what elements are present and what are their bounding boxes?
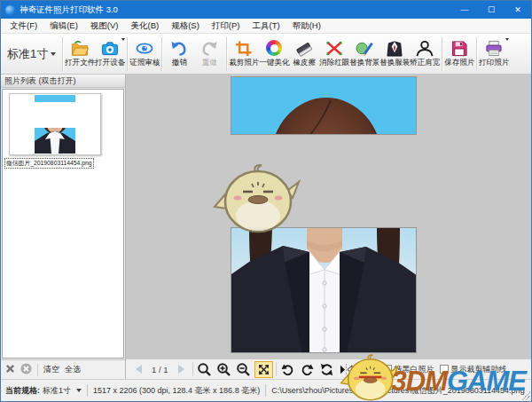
replace-background-icon xyxy=(354,39,375,57)
face-censor-overlay xyxy=(12,102,98,128)
viewer-toolbar: 1 / 1 xyxy=(126,359,531,379)
photo-thumbnail[interactable] xyxy=(9,93,101,155)
current-spec-value: 标准1寸 xyxy=(43,385,71,397)
chevron-down-icon xyxy=(121,38,125,41)
zoom-out-icon[interactable] xyxy=(235,361,252,378)
status-bar: 当前规格: 标准1寸 1517 x 2206 (300 dpi, 128.4 毫… xyxy=(1,379,531,401)
one-key-beautify-button[interactable]: 一键美化 xyxy=(259,35,289,73)
open-device-label: 打开设备 xyxy=(95,58,125,68)
resize-grip[interactable] xyxy=(521,391,530,400)
main-toolbar: 标准1寸 打开文件 打开设备 证照审核 xyxy=(1,34,531,75)
remove-all-icon[interactable] xyxy=(20,363,32,376)
chevron-down-icon xyxy=(76,389,82,392)
rotate-left-icon[interactable] xyxy=(279,361,296,378)
photo-list[interactable]: 微信图片_20190803114454.png xyxy=(2,89,124,359)
checkbox-icon xyxy=(440,365,449,374)
spec-dropdown-label: 标准1寸 xyxy=(7,46,48,62)
main-area: 照片列表 (双击打开) 微信图片_2019080311445 xyxy=(1,75,531,379)
save-icon xyxy=(449,39,470,57)
app-logo-icon xyxy=(5,5,15,15)
menu-beautify[interactable]: 美化(B) xyxy=(124,20,165,32)
viewer-separator xyxy=(377,362,378,376)
window-title: 神奇证件照片打印软件 3.0 xyxy=(20,4,118,16)
minimize-button[interactable]: — xyxy=(451,1,478,19)
replace-clothes-label: 替换服装 xyxy=(379,58,410,68)
file-path: C:\Users\zhou\Pictures\Saved Pictures\微信… xyxy=(271,385,525,397)
replace-background-button[interactable]: 替换背景 xyxy=(349,35,379,73)
open-device-button[interactable]: 打开设备 xyxy=(95,35,125,73)
prev-page-icon[interactable] xyxy=(130,361,147,378)
title-bar: 神奇证件照片打印软件 3.0 — ☐ ✕ xyxy=(1,1,531,19)
folder-open-icon xyxy=(69,39,90,57)
printer-icon xyxy=(483,39,505,57)
next-page-icon[interactable] xyxy=(173,361,190,378)
content-area: 1 / 1 xyxy=(126,75,531,379)
remove-red-eye-button[interactable]: 消除红眼 xyxy=(319,35,349,73)
fit-to-window-button[interactable] xyxy=(254,361,273,378)
bw-checkbox-label: 转黑白照片 xyxy=(395,364,434,375)
remove-red-eye-label: 消除红眼 xyxy=(319,58,349,68)
color-wheel-icon xyxy=(263,39,285,57)
undo-button[interactable]: 撤销 xyxy=(164,35,194,73)
rotate-right-icon[interactable] xyxy=(299,361,316,378)
id-review-button[interactable]: 证照审核 xyxy=(129,35,160,73)
status-separator xyxy=(87,384,88,397)
thumbnail-filename[interactable]: 微信图片_20190803114454.png xyxy=(4,158,94,169)
fit-to-window-icon xyxy=(258,364,270,375)
rotate-180-icon[interactable] xyxy=(318,361,335,378)
undo-icon xyxy=(168,39,190,57)
menu-tools[interactable]: 工具(T) xyxy=(246,20,286,32)
select-all-button[interactable]: 全选 xyxy=(65,364,81,375)
menu-print[interactable]: 打印(P) xyxy=(206,20,246,32)
print-photo-button[interactable]: 打印照片 xyxy=(479,35,509,73)
flip-vertical-icon[interactable] xyxy=(357,361,374,378)
eraser-button[interactable]: 橡皮擦 xyxy=(289,35,319,73)
status-separator xyxy=(265,384,266,397)
current-spec-dropdown[interactable]: 当前规格: 标准1寸 xyxy=(5,385,82,397)
replace-background-label: 替换背景 xyxy=(349,58,379,68)
flip-horizontal-icon[interactable] xyxy=(338,361,355,378)
close-button[interactable]: ✕ xyxy=(505,1,531,19)
eraser-icon xyxy=(293,39,315,57)
viewer-separator xyxy=(192,362,193,376)
bw-checkbox[interactable]: 转黑白照片 xyxy=(383,364,434,375)
zoom-actual-icon[interactable] xyxy=(196,361,213,378)
open-file-button[interactable]: 打开文件 xyxy=(65,35,95,73)
maximize-button[interactable]: ☐ xyxy=(478,1,505,19)
menu-spec[interactable]: 规格(S) xyxy=(165,20,206,32)
menu-help[interactable]: 帮助(H) xyxy=(286,20,327,32)
shoulder-correct-label: 矫正肩宽 xyxy=(410,58,440,68)
redo-icon xyxy=(199,39,220,57)
spec-dropdown-button[interactable]: 标准1寸 xyxy=(3,37,60,71)
clear-list-button[interactable]: 清空 xyxy=(43,364,59,375)
save-photo-button[interactable]: 保存照片 xyxy=(444,35,474,73)
photo-canvas[interactable] xyxy=(126,75,531,359)
replace-clothes-icon xyxy=(384,39,405,57)
chevron-down-icon xyxy=(505,38,509,41)
photo-bottom-segment xyxy=(231,227,417,353)
guides-checkbox[interactable]: 显示裁剪辅助线 xyxy=(440,364,507,375)
toolbar-separator xyxy=(161,37,162,71)
photo-top-segment xyxy=(231,76,417,135)
shoulder-correct-icon xyxy=(414,39,435,57)
toolbar-separator xyxy=(62,37,63,71)
photo-list-footer: 清空 全选 xyxy=(1,359,125,379)
menu-edit[interactable]: 编辑(E) xyxy=(43,20,84,32)
shoulder-correct-button[interactable]: 矫正肩宽 xyxy=(410,35,440,73)
camera-icon xyxy=(99,39,121,57)
toolbar-separator xyxy=(476,37,477,71)
footer-separator xyxy=(37,364,38,376)
toolbar-separator xyxy=(442,37,442,71)
app-window: 神奇证件照片打印软件 3.0 — ☐ ✕ 文件(F) 编辑(E) 视图(V) 美… xyxy=(0,0,532,402)
open-file-label: 打开文件 xyxy=(65,58,95,68)
guides-checkbox-label: 显示裁剪辅助线 xyxy=(451,364,507,375)
toolbar-separator xyxy=(127,37,128,71)
zoom-in-icon[interactable] xyxy=(215,361,232,378)
replace-clothes-button[interactable]: 替换服装 xyxy=(379,35,410,73)
redo-button[interactable]: 重做 xyxy=(194,35,224,73)
menu-view[interactable]: 视图(V) xyxy=(84,20,125,32)
id-review-label: 证照审核 xyxy=(129,58,160,68)
crop-photo-button[interactable]: 裁剪照片 xyxy=(229,35,259,73)
delete-photo-icon[interactable] xyxy=(5,364,15,375)
menu-file[interactable]: 文件(F) xyxy=(4,20,43,32)
